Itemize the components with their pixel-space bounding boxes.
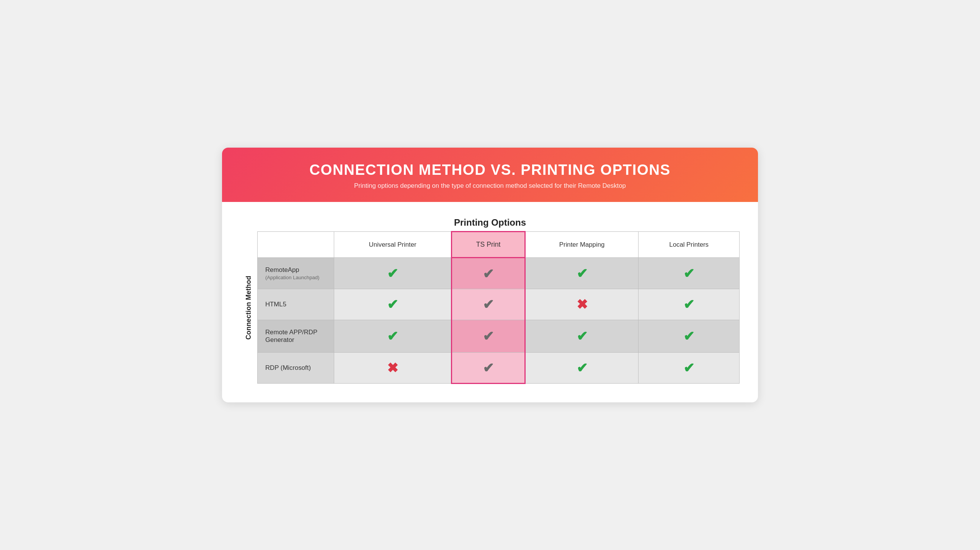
check-gray-icon: ✔ [483,266,494,281]
cell-rdp-microsoft-universal-printer: ✖ [334,352,452,383]
row-label-cell: RemoteApp(Application Launchpad) [258,258,334,289]
cell-rdp-microsoft-printer-mapping: ✔ [525,352,638,383]
main-card: CONNECTION METHOD VS. PRINTING OPTIONS P… [222,148,758,402]
cell-remoteapp-universal-printer: ✔ [334,258,452,289]
header-section: CONNECTION METHOD VS. PRINTING OPTIONS P… [222,148,758,202]
cell-remote-app-rdp-universal-printer: ✔ [334,320,452,352]
check-gray-icon: ✔ [483,297,494,312]
table-row: Remote APP/RDP Generator✔✔✔✔ [258,320,740,352]
cell-html5-printer-mapping: ✖ [525,289,638,320]
table-wrapper: Connection Method Universal Printer TS P… [240,231,740,384]
cross-icon: ✖ [577,297,588,312]
table-row: RDP (Microsoft)✖✔✔✔ [258,352,740,383]
y-axis-label-wrapper: Connection Method [240,231,257,384]
cell-html5-universal-printer: ✔ [334,289,452,320]
cell-remote-app-rdp-ts-print: ✔ [452,320,525,352]
printing-options-heading: Printing Options [240,217,740,228]
check-icon: ✔ [577,360,588,375]
check-icon: ✔ [683,266,694,281]
table-row: RemoteApp(Application Launchpad)✔✔✔✔ [258,258,740,289]
row-label-cell: HTML5 [258,289,334,320]
check-gray-icon: ✔ [483,360,494,375]
table-header-row: Universal Printer TS Print Printer Mappi… [258,232,740,258]
body-section: Printing Options Connection Method Unive… [222,202,758,402]
col-header-ts-print: TS Print [452,232,525,258]
cross-icon: ✖ [387,360,398,375]
cell-html5-local-printers: ✔ [639,289,740,320]
cell-remoteapp-printer-mapping: ✔ [525,258,638,289]
row-label-cell: RDP (Microsoft) [258,352,334,383]
check-icon: ✔ [683,329,694,343]
col-header-empty [258,232,334,258]
comparison-table-container: Universal Printer TS Print Printer Mappi… [257,231,740,384]
y-axis-label: Connection Method [245,275,253,339]
check-icon: ✔ [577,329,588,343]
page-subtitle: Printing options depending on the type o… [240,182,740,190]
cell-html5-ts-print: ✔ [452,289,525,320]
check-icon: ✔ [683,360,694,375]
check-icon: ✔ [387,297,398,312]
check-icon: ✔ [387,329,398,343]
cell-rdp-microsoft-ts-print: ✔ [452,352,525,383]
row-label-cell: Remote APP/RDP Generator [258,320,334,352]
comparison-table: Universal Printer TS Print Printer Mappi… [257,231,740,384]
col-header-universal-printer: Universal Printer [334,232,452,258]
check-gray-icon: ✔ [483,329,494,343]
cell-remote-app-rdp-local-printers: ✔ [639,320,740,352]
cell-remote-app-rdp-printer-mapping: ✔ [525,320,638,352]
page-title: CONNECTION METHOD VS. PRINTING OPTIONS [240,161,740,178]
cell-remoteapp-ts-print: ✔ [452,258,525,289]
col-header-local-printers: Local Printers [639,232,740,258]
check-icon: ✔ [683,297,694,312]
check-icon: ✔ [577,266,588,281]
check-icon: ✔ [387,266,398,281]
cell-remoteapp-local-printers: ✔ [639,258,740,289]
cell-rdp-microsoft-local-printers: ✔ [639,352,740,383]
col-header-printer-mapping: Printer Mapping [525,232,638,258]
table-row: HTML5✔✔✖✔ [258,289,740,320]
